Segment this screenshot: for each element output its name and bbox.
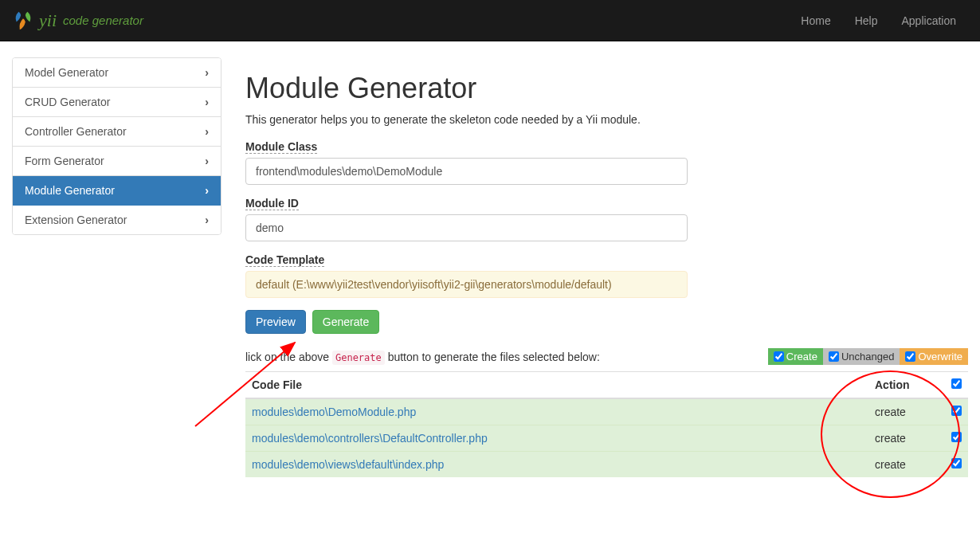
preview-button[interactable]: Preview [245,310,306,334]
yii-logo-icon [12,10,34,32]
file-checkbox[interactable] [951,432,962,442]
col-header-check [944,372,968,399]
chevron-right-icon: › [205,155,209,167]
nav-home[interactable]: Home [789,2,842,39]
sidebar-item-controller-generator[interactable]: Controller Generator › [13,117,221,147]
legend: Create Unchanged Overwrite [768,348,968,365]
nav-help[interactable]: Help [843,2,890,39]
file-link[interactable]: modules\demo\views\default\index.php [252,458,444,471]
file-action: create [868,425,944,452]
legend-overwrite[interactable]: Overwrite [900,348,968,365]
table-row: modules\demo\DemoModule.php create [245,398,968,425]
code-template-label: Code Template [245,253,324,267]
file-action: create [868,452,944,478]
legend-create-checkbox[interactable] [774,351,784,362]
sidebar-item-label: CRUD Generator [25,96,110,108]
brand-sub-text: code generator [63,14,143,27]
col-header-action: Action [868,372,944,399]
generate-hint: lick on the above Generate button to gen… [245,351,600,363]
page-title: Module Generator [245,72,968,105]
generate-button[interactable]: Generate [312,310,379,334]
module-class-label: Module Class [245,140,317,154]
table-row: modules\demo\controllers\DefaultControll… [245,425,968,452]
file-action: create [868,398,944,425]
sidebar-item-form-generator[interactable]: Form Generator › [13,147,221,176]
sidebar-item-crud-generator[interactable]: CRUD Generator › [13,88,221,117]
code-template-value: default (E:\www\yii2test\vendor\yiisoft\… [245,271,688,298]
legend-overwrite-checkbox[interactable] [905,351,915,362]
sidebar-item-label: Form Generator [25,155,104,167]
legend-unchanged[interactable]: Unchanged [823,348,900,365]
chevron-right-icon: › [205,66,209,79]
chevron-right-icon: › [205,96,209,108]
sidebar-item-model-generator[interactable]: Model Generator › [13,58,221,88]
module-id-input[interactable] [245,214,688,241]
sidebar-item-label: Model Generator [25,66,108,79]
sidebar-item-module-generator[interactable]: Module Generator › [13,176,221,206]
chevron-right-icon: › [205,184,209,197]
file-link[interactable]: modules\demo\DemoModule.php [252,406,416,418]
sidebar-item-label: Extension Generator [25,214,127,226]
navbar: yii code generator Home Help Application [0,0,980,41]
file-link[interactable]: modules\demo\controllers\DefaultControll… [252,432,488,445]
legend-unchanged-checkbox[interactable] [829,351,839,362]
sidebar-item-extension-generator[interactable]: Extension Generator › [13,206,221,234]
col-header-file: Code File [245,372,868,399]
brand[interactable]: yii code generator [12,10,143,32]
page-description: This generator helps you to generate the… [245,113,968,126]
brand-yii-text: yii [39,10,57,31]
module-class-input[interactable] [245,158,688,185]
chevron-right-icon: › [205,214,209,226]
legend-create[interactable]: Create [768,348,823,365]
nav-application[interactable]: Application [890,2,969,39]
sidebar-item-label: Module Generator [25,184,115,197]
main-content: Module Generator This generator helps yo… [245,57,968,477]
sidebar-item-label: Controller Generator [25,125,127,138]
table-row: modules\demo\views\default\index.php cre… [245,452,968,478]
module-id-label: Module ID [245,197,299,210]
chevron-right-icon: › [205,125,209,138]
navbar-nav: Home Help Application [789,2,968,39]
sidebar: Model Generator › CRUD Generator › Contr… [12,57,221,477]
file-checkbox[interactable] [951,406,962,416]
file-checkbox[interactable] [951,458,962,468]
select-all-checkbox[interactable] [951,378,962,389]
files-table: Code File Action modules\demo\DemoModule… [245,371,968,477]
